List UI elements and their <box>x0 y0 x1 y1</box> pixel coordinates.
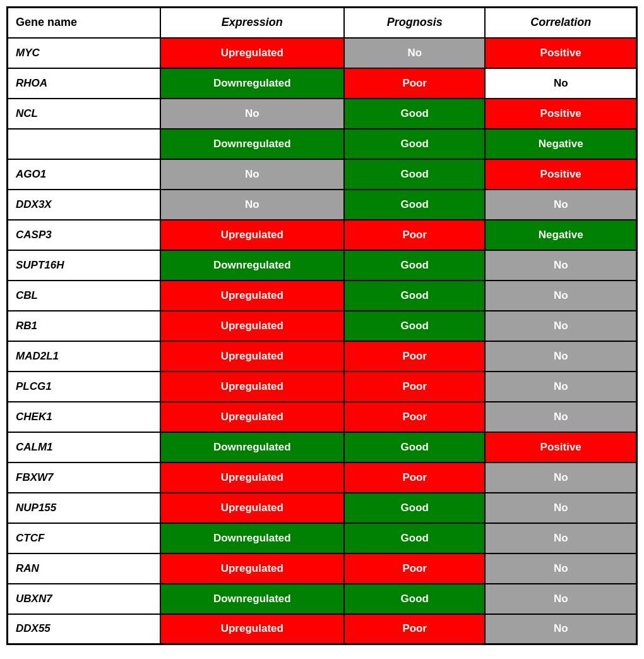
expression-cell: Downregulated <box>160 68 345 99</box>
gene-cell: NCL <box>8 99 160 129</box>
correlation-cell: No <box>485 584 636 614</box>
table-row: NCLNoGoodPositive <box>8 99 637 129</box>
expression-cell: No <box>160 159 345 190</box>
correlation-cell: No <box>485 523 636 553</box>
prognosis-cell: Good <box>344 311 485 341</box>
correlation-cell: No <box>485 402 636 432</box>
table-row: RHOADownregulatedPoorNo <box>8 68 637 99</box>
expression-cell: No <box>160 190 345 220</box>
table-row: NUP155UpregulatedGoodNo <box>8 493 637 523</box>
expression-cell: Upregulated <box>160 281 345 311</box>
correlation-cell: No <box>485 614 636 644</box>
header-expression: Expression <box>160 8 345 38</box>
table-row: CALM1DownregulatedGoodPositive <box>8 432 637 463</box>
gene-cell: RHOA <box>8 68 160 99</box>
table-row: RB1UpregulatedGoodNo <box>8 311 637 341</box>
table-row: DDX3XNoGoodNo <box>8 190 637 220</box>
correlation-cell: No <box>485 553 636 584</box>
correlation-cell: No <box>485 372 636 402</box>
prognosis-cell: Poor <box>344 341 485 372</box>
table-row: PLCG1UpregulatedPoorNo <box>8 372 637 402</box>
table-row: CTCFDownregulatedGoodNo <box>8 523 637 553</box>
expression-cell: Upregulated <box>160 463 345 493</box>
prognosis-cell: Good <box>344 281 485 311</box>
header-correlation: Correlation <box>485 8 636 38</box>
correlation-cell: Positive <box>485 38 636 68</box>
gene-cell: AGO1 <box>8 159 160 190</box>
prognosis-cell: Poor <box>344 553 485 584</box>
correlation-cell: Positive <box>485 159 636 190</box>
gene-cell: FBXW7 <box>8 463 160 493</box>
prognosis-cell: No <box>344 38 485 68</box>
table-row: DDX55UpregulatedPoorNo <box>8 614 637 644</box>
expression-cell: Downregulated <box>160 523 345 553</box>
prognosis-cell: Good <box>344 159 485 190</box>
expression-cell: Upregulated <box>160 311 345 341</box>
table-row: UBXN7DownregulatedGoodNo <box>8 584 637 614</box>
table-row: CHEK1UpregulatedPoorNo <box>8 402 637 432</box>
expression-cell: Downregulated <box>160 250 345 281</box>
prognosis-cell: Poor <box>344 614 485 644</box>
table-row: FMR1DownregulatedGoodNegative <box>8 129 637 159</box>
prognosis-cell: Good <box>344 250 485 281</box>
correlation-cell: Positive <box>485 99 636 129</box>
prognosis-cell: Poor <box>344 68 485 99</box>
gene-cell: UBXN7 <box>8 584 160 614</box>
table-row: CBLUpregulatedGoodNo <box>8 281 637 311</box>
gene-table: Gene name Expression Prognosis Correlati… <box>6 6 638 645</box>
correlation-cell: Positive <box>485 432 636 463</box>
gene-cell: RB1 <box>8 311 160 341</box>
gene-cell: CHEK1 <box>8 402 160 432</box>
header-row: Gene name Expression Prognosis Correlati… <box>8 8 637 38</box>
correlation-cell: No <box>485 341 636 372</box>
gene-cell: CALM1 <box>8 432 160 463</box>
expression-cell: Downregulated <box>160 584 345 614</box>
gene-cell: SUPT16H <box>8 250 160 281</box>
header-gene: Gene name <box>8 8 160 38</box>
expression-cell: Upregulated <box>160 553 345 584</box>
expression-cell: Upregulated <box>160 38 345 68</box>
gene-cell: FMR1 <box>8 129 160 159</box>
gene-cell: MAD2L1 <box>8 341 160 372</box>
prognosis-cell: Good <box>344 432 485 463</box>
gene-cell: PLCG1 <box>8 372 160 402</box>
gene-cell: NUP155 <box>8 493 160 523</box>
gene-cell: RAN <box>8 553 160 584</box>
prognosis-cell: Good <box>344 493 485 523</box>
expression-cell: Downregulated <box>160 432 345 463</box>
expression-cell: Upregulated <box>160 220 345 250</box>
correlation-cell: Negative <box>485 129 636 159</box>
correlation-cell: No <box>485 250 636 281</box>
correlation-cell: Negative <box>485 220 636 250</box>
gene-cell: MYC <box>8 38 160 68</box>
prognosis-cell: Good <box>344 99 485 129</box>
prognosis-cell: Good <box>344 523 485 553</box>
correlation-cell: No <box>485 68 636 99</box>
correlation-cell: No <box>485 463 636 493</box>
gene-cell: CBL <box>8 281 160 311</box>
prognosis-cell: Good <box>344 129 485 159</box>
gene-cell: CASP3 <box>8 220 160 250</box>
expression-cell: Upregulated <box>160 341 345 372</box>
table-row: FBXW7UpregulatedPoorNo <box>8 463 637 493</box>
gene-cell: CTCF <box>8 523 160 553</box>
expression-cell: No <box>160 99 345 129</box>
table-row: CASP3UpregulatedPoorNegative <box>8 220 637 250</box>
expression-cell: Upregulated <box>160 493 345 523</box>
correlation-cell: No <box>485 281 636 311</box>
table-row: RANUpregulatedPoorNo <box>8 553 637 584</box>
correlation-cell: No <box>485 493 636 523</box>
gene-cell: DDX3X <box>8 190 160 220</box>
table-row: MYCUpregulatedNoPositive <box>8 38 637 68</box>
table-row: MAD2L1UpregulatedPoorNo <box>8 341 637 372</box>
prognosis-cell: Poor <box>344 402 485 432</box>
table-row: AGO1NoGoodPositive <box>8 159 637 190</box>
header-prognosis: Prognosis <box>344 8 485 38</box>
prognosis-cell: Poor <box>344 463 485 493</box>
expression-cell: Upregulated <box>160 372 345 402</box>
table-row: SUPT16HDownregulatedGoodNo <box>8 250 637 281</box>
correlation-cell: No <box>485 190 636 220</box>
expression-cell: Upregulated <box>160 614 345 644</box>
expression-cell: Upregulated <box>160 402 345 432</box>
prognosis-cell: Good <box>344 190 485 220</box>
